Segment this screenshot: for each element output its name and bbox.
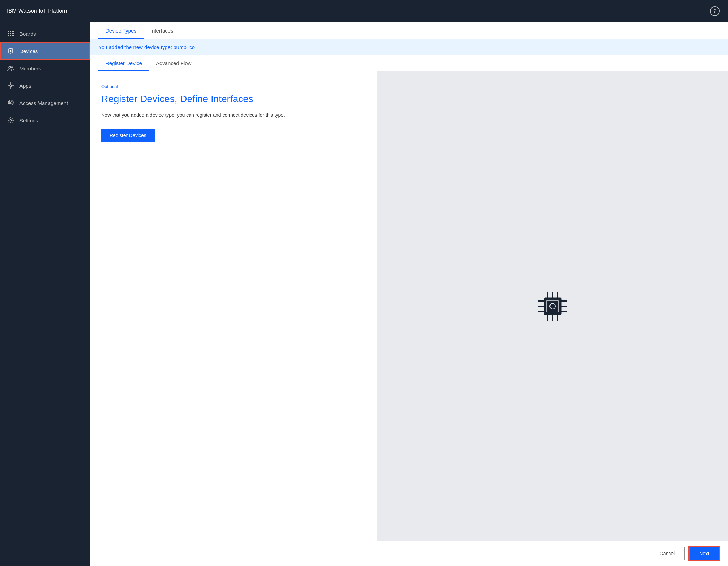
- svg-rect-0: [8, 31, 9, 32]
- main-content: ? Device Types Interfaces You added the …: [90, 0, 728, 566]
- sidebar-item-members-label: Members: [19, 65, 41, 71]
- panel-description: Now that you added a device type, you ca…: [101, 111, 366, 119]
- sidebar-item-boards-label: Boards: [19, 31, 36, 37]
- next-button[interactable]: Next: [689, 547, 720, 560]
- sidebar-item-settings[interactable]: Settings: [0, 112, 90, 129]
- svg-point-15: [9, 66, 11, 68]
- sub-tab-advanced-label: Advanced Flow: [156, 60, 192, 66]
- app-title: IBM Watson IoT Platform: [0, 0, 90, 22]
- fingerprint-icon: [7, 99, 15, 107]
- svg-rect-6: [8, 35, 9, 36]
- app-title-text: IBM Watson IoT Platform: [7, 8, 69, 14]
- register-devices-button[interactable]: Register Devices: [101, 129, 155, 142]
- svg-rect-2: [12, 31, 14, 32]
- sidebar-item-access-management[interactable]: Access Management: [0, 94, 90, 112]
- tab-device-types[interactable]: Device Types: [98, 22, 144, 39]
- svg-rect-8: [12, 35, 14, 36]
- sidebar: IBM Watson IoT Platform Boards: [0, 0, 90, 566]
- tab-device-types-label: Device Types: [105, 28, 137, 34]
- cancel-button[interactable]: Cancel: [650, 547, 685, 560]
- sidebar-item-access-label: Access Management: [19, 100, 68, 106]
- sidebar-nav: Boards Devices: [0, 22, 90, 566]
- svg-point-22: [10, 120, 12, 121]
- device-icon: [7, 47, 15, 55]
- apps-icon: [7, 82, 15, 89]
- svg-rect-5: [12, 33, 14, 34]
- success-banner: You added the new device type: pump_co: [90, 39, 728, 55]
- svg-rect-1: [10, 31, 11, 32]
- settings-icon: [7, 116, 15, 124]
- sub-tab-register-label: Register Device: [105, 60, 142, 66]
- bottom-bar: Cancel Next: [90, 541, 728, 566]
- panel-left: Optional Register Devices, Define Interf…: [90, 71, 377, 541]
- svg-rect-3: [8, 33, 9, 34]
- sidebar-item-members[interactable]: Members: [0, 60, 90, 77]
- help-button[interactable]: ?: [710, 6, 720, 16]
- tabs-bar: Device Types Interfaces: [90, 22, 728, 39]
- panel-right: [377, 71, 728, 541]
- sub-tabs: Register Device Advanced Flow: [90, 55, 728, 71]
- chip-illustration: [535, 289, 570, 324]
- top-bar: ?: [90, 0, 728, 22]
- sub-tab-register-device[interactable]: Register Device: [98, 55, 149, 71]
- svg-point-10: [10, 50, 12, 52]
- tab-interfaces[interactable]: Interfaces: [144, 22, 180, 39]
- panel-title-text: Register Devices, Define Interfaces: [101, 94, 253, 104]
- sidebar-item-boards[interactable]: Boards: [0, 25, 90, 42]
- sidebar-item-devices[interactable]: Devices: [0, 42, 90, 60]
- svg-rect-4: [10, 33, 11, 34]
- panel-area: Optional Register Devices, Define Interf…: [90, 71, 728, 541]
- svg-point-24: [550, 303, 555, 309]
- grid-icon: [7, 30, 15, 37]
- svg-point-16: [11, 67, 13, 68]
- sidebar-item-apps[interactable]: Apps: [0, 77, 90, 94]
- sidebar-item-devices-label: Devices: [19, 48, 38, 54]
- panel-title: Register Devices, Define Interfaces: [101, 93, 366, 105]
- sub-tab-advanced-flow[interactable]: Advanced Flow: [149, 55, 199, 71]
- optional-label: Optional: [101, 84, 366, 89]
- sidebar-item-settings-label: Settings: [19, 117, 38, 123]
- members-icon: [7, 64, 15, 72]
- banner-text: You added the new device type: pump_co: [98, 44, 195, 50]
- tab-interfaces-label: Interfaces: [150, 28, 173, 34]
- sidebar-item-apps-label: Apps: [19, 83, 31, 89]
- svg-rect-7: [10, 35, 11, 36]
- svg-point-17: [10, 85, 12, 87]
